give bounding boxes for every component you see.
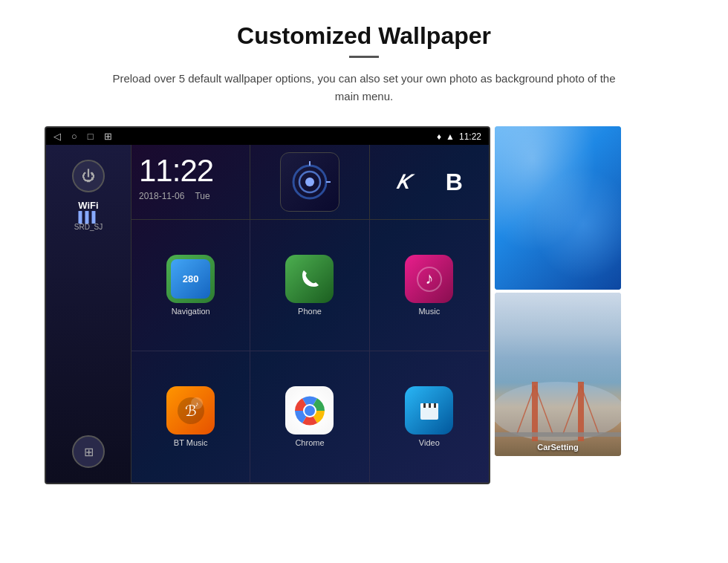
wifi-label: WiFi	[74, 200, 103, 211]
sidebar-top: ⏻ WiFi ▌▌▌ SRD_SJ	[72, 160, 105, 231]
status-right-icons: ♦ ▲ 11:22	[437, 131, 481, 142]
list-item[interactable]: ♪ Music	[370, 220, 489, 351]
svg-rect-14	[420, 406, 438, 420]
wifi-icon: ▲	[446, 131, 455, 142]
title-divider	[349, 56, 379, 58]
wifi-info: WiFi ▌▌▌ SRD_SJ	[74, 200, 103, 231]
svg-point-2	[305, 178, 314, 186]
status-time: 11:22	[459, 131, 481, 142]
status-left-icons: ◁ ○ □ ⊞	[53, 131, 112, 142]
clock-time: 11:22	[139, 155, 242, 186]
video-app-icon	[405, 386, 453, 435]
wifi-ssid: SRD_SJ	[74, 223, 103, 231]
svg-rect-18	[434, 403, 436, 408]
list-item[interactable]: Video	[370, 351, 489, 483]
wallpaper-thumb-ice[interactable]	[495, 126, 621, 290]
back-arrow-icon: ◁	[53, 131, 61, 142]
apps-drawer-button[interactable]: ⊞	[72, 435, 105, 468]
list-item[interactable]: 280 Navigation	[131, 220, 250, 351]
svg-text:♪: ♪	[425, 269, 433, 287]
b-app-icon[interactable]: B	[446, 169, 463, 196]
music-svg: ♪	[416, 266, 443, 293]
clock-day-value: Tue	[195, 191, 209, 201]
navigation-app-icon: 280	[166, 255, 215, 303]
recents-icon: □	[88, 131, 94, 142]
wallpaper-thumb-bridge[interactable]: CarSetting	[495, 293, 621, 456]
app-grid: 280 Navigation Phone	[131, 220, 489, 483]
svg-text:♪: ♪	[195, 400, 198, 408]
wallpaper-car-setting-label: CarSetting	[537, 443, 579, 452]
svg-rect-26	[495, 432, 621, 437]
page-description: Preload over 5 default wallpaper options…	[104, 70, 624, 105]
list-item[interactable]: ℬ ♪ BT Music	[131, 351, 250, 483]
list-item[interactable]: Chrome	[250, 351, 369, 483]
bt-music-app-icon: ℬ ♪	[166, 386, 215, 435]
signal-app-icon[interactable]	[280, 152, 339, 212]
navigation-icon-inner: 280	[171, 259, 210, 299]
device-main-area: 11:22 2018-11-06 Tue	[131, 145, 489, 483]
wallpaper-panel: CarSetting	[495, 126, 621, 456]
svg-rect-17	[429, 403, 431, 408]
bt-music-svg: ℬ ♪	[176, 396, 206, 426]
phone-app-label: Phone	[298, 307, 322, 316]
app-letters-area: 𝘒 B	[370, 145, 489, 219]
navigation-app-label: Navigation	[172, 307, 210, 316]
ki-app-icon[interactable]: 𝘒	[396, 170, 409, 195]
chrome-app-label: Chrome	[295, 438, 324, 447]
list-item[interactable]: Phone	[250, 220, 369, 351]
clock-date: 2018-11-06 Tue	[139, 191, 242, 201]
device-sidebar: ⏻ WiFi ▌▌▌ SRD_SJ ⊞	[46, 145, 131, 483]
chrome-svg	[293, 394, 327, 428]
phone-app-icon	[285, 255, 334, 303]
device-body: ⏻ WiFi ▌▌▌ SRD_SJ ⊞ 11:22	[46, 145, 489, 483]
image-icon: ⊞	[104, 131, 112, 142]
video-app-label: Video	[419, 438, 440, 447]
signal-icon-cell	[250, 145, 369, 219]
video-svg	[416, 397, 443, 424]
sidebar-bottom: ⊞	[72, 435, 105, 468]
clock-date-value: 2018-11-06	[139, 191, 184, 201]
svg-point-13	[305, 406, 315, 416]
clock-widget: 11:22 2018-11-06 Tue	[131, 145, 250, 219]
music-app-icon: ♪	[405, 255, 453, 303]
device-screen: ◁ ○ □ ⊞ ♦ ▲ 11:22 ⏻ WiFi ▌▌▌ SRD_S	[45, 126, 490, 484]
ice-texture	[495, 126, 621, 290]
wifi-bars: ▌▌▌	[74, 211, 103, 223]
status-bar: ◁ ○ □ ⊞ ♦ ▲ 11:22	[46, 128, 489, 145]
music-app-label: Music	[418, 307, 440, 316]
svg-rect-16	[423, 403, 426, 408]
location-icon: ♦	[437, 131, 441, 142]
home-circle-icon: ○	[71, 131, 77, 142]
device-top-section: 11:22 2018-11-06 Tue	[131, 145, 489, 220]
main-content: ◁ ○ □ ⊞ ♦ ▲ 11:22 ⏻ WiFi ▌▌▌ SRD_S	[45, 126, 683, 484]
chrome-app-icon	[285, 386, 334, 435]
page-title: Customized Wallpaper	[237, 22, 491, 50]
power-button[interactable]: ⏻	[72, 160, 105, 192]
phone-svg	[296, 266, 323, 293]
signal-svg	[287, 160, 332, 204]
bt-music-app-label: BT Music	[174, 438, 208, 447]
